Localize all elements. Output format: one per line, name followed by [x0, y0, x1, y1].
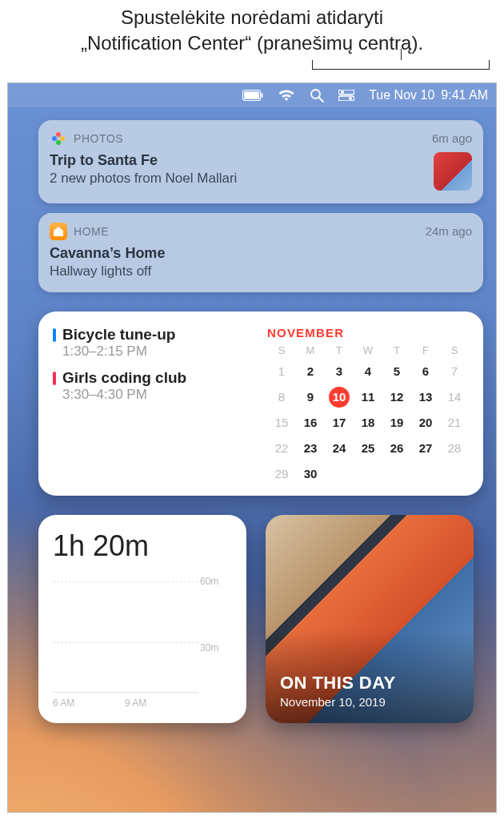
callout-line1: Spustelėkite norėdami atidaryti — [16, 5, 488, 30]
svg-rect-1 — [244, 91, 259, 99]
calendar-dow: T — [325, 344, 354, 356]
calendar-day[interactable]: 4 — [358, 361, 378, 382]
notification-thumbnail — [434, 152, 472, 191]
menubar-date: Tue Nov 10 — [369, 88, 434, 102]
calendar-day[interactable]: 18 — [358, 412, 378, 433]
screentime-widget[interactable]: 1h 20m 60m 30m 6 AM9 AM — [38, 515, 246, 723]
svg-rect-2 — [262, 93, 263, 98]
svg-point-6 — [341, 90, 344, 94]
notification-time: 24m ago — [426, 224, 472, 238]
notification-center: PHOTOS 6m ago Trip to Santa Fe 2 new pho… — [8, 107, 496, 723]
event-title: Girls coding club — [62, 369, 253, 387]
photos-app-icon — [50, 130, 67, 147]
memories-title: ON THIS DAY — [280, 673, 459, 693]
axis-label — [77, 697, 101, 709]
battery-icon[interactable] — [242, 90, 263, 101]
calendar-day[interactable]: 6 — [415, 361, 436, 382]
notification-time: 6m ago — [432, 131, 472, 145]
calendar-day[interactable]: 7 — [444, 361, 465, 382]
svg-point-10 — [60, 136, 65, 141]
notification-photos[interactable]: PHOTOS 6m ago Trip to Santa Fe 2 new pho… — [38, 120, 483, 203]
calendar-dow: S — [440, 344, 469, 356]
axis-label: 9 AM — [125, 697, 149, 709]
spotlight-icon[interactable] — [310, 88, 324, 102]
notification-subtitle: Hallway lights off — [50, 263, 472, 279]
calendar-day[interactable]: 13 — [415, 387, 436, 408]
menubar-time: 9:41 AM — [441, 88, 488, 102]
event-title: Bicycle tune-up — [62, 326, 253, 344]
axis-label — [149, 697, 173, 709]
notification-app: PHOTOS — [74, 132, 123, 145]
photos-memories-widget[interactable]: ON THIS DAY November 10, 2019 — [266, 515, 474, 723]
home-app-icon — [50, 223, 67, 240]
calendar-dow: T — [382, 344, 411, 356]
svg-point-9 — [56, 132, 61, 137]
calendar-day[interactable]: 10 — [329, 387, 350, 408]
calendar-month-view: NOVEMBER SMTWTFS123456789101112131415161… — [267, 326, 469, 484]
event-time: 3:30–4:30 PM — [62, 387, 253, 403]
axis-label — [173, 697, 197, 709]
grid-label-60: 60m — [200, 576, 232, 587]
help-callout: Spustelėkite norėdami atidaryti „Notific… — [0, 0, 504, 60]
calendar-day[interactable]: 1 — [271, 361, 292, 382]
calendar-day[interactable]: 27 — [415, 438, 436, 459]
grid-label-30: 30m — [200, 642, 232, 653]
svg-point-11 — [56, 140, 61, 145]
calendar-events: Bicycle tune-up 1:30–2:15 PM Girls codin… — [53, 326, 253, 484]
axis-label: 6 AM — [53, 697, 77, 709]
callout-line2: „Notification Center“ (pranešimų centrą)… — [16, 30, 488, 56]
calendar-day[interactable]: 26 — [386, 438, 407, 459]
notification-title: Trip to Santa Fe — [50, 152, 424, 169]
calendar-day[interactable]: 30 — [300, 464, 321, 484]
calendar-day[interactable]: 12 — [386, 387, 407, 408]
macos-screenshot: Tue Nov 10 9:41 AM PHOTOS 6m ago Trip to… — [7, 82, 497, 813]
notification-app: HOME — [74, 225, 109, 238]
notification-subtitle: 2 new photos from Noel Mallari — [50, 171, 424, 187]
svg-point-12 — [52, 136, 57, 141]
event-time: 1:30–2:15 PM — [62, 344, 253, 360]
calendar-widget[interactable]: Bicycle tune-up 1:30–2:15 PM Girls codin… — [38, 312, 483, 496]
calendar-day[interactable]: 21 — [444, 412, 465, 433]
calendar-day[interactable]: 14 — [444, 387, 465, 408]
calendar-month-label: NOVEMBER — [267, 326, 469, 340]
calendar-day[interactable]: 17 — [329, 412, 350, 433]
calendar-event[interactable]: Bicycle tune-up 1:30–2:15 PM — [53, 326, 253, 360]
calendar-dow: F — [411, 344, 440, 356]
calendar-day[interactable]: 19 — [386, 412, 407, 433]
calendar-dow: M — [296, 344, 325, 356]
notification-home[interactable]: HOME 24m ago Cavanna’s Home Hallway ligh… — [38, 213, 483, 292]
calendar-dow: W — [354, 344, 382, 356]
notification-title: Cavanna’s Home — [50, 245, 472, 262]
calendar-day[interactable]: 23 — [300, 438, 321, 459]
menu-bar: Tue Nov 10 9:41 AM — [8, 83, 496, 107]
calendar-day[interactable]: 9 — [300, 387, 321, 408]
calendar-day[interactable]: 2 — [300, 361, 321, 382]
calendar-day[interactable]: 29 — [271, 464, 292, 484]
calendar-day[interactable]: 11 — [358, 387, 378, 408]
calendar-day[interactable]: 22 — [271, 438, 292, 459]
wifi-icon[interactable] — [278, 89, 295, 102]
svg-point-8 — [349, 97, 352, 100]
calendar-day[interactable]: 3 — [329, 361, 350, 382]
calendar-day[interactable]: 8 — [271, 387, 292, 408]
menubar-datetime[interactable]: Tue Nov 10 9:41 AM — [369, 88, 488, 102]
calendar-day[interactable]: 16 — [300, 412, 321, 433]
calendar-day[interactable]: 24 — [329, 438, 350, 459]
memories-date: November 10, 2019 — [280, 695, 459, 709]
callout-bracket — [0, 60, 504, 82]
axis-label — [101, 697, 125, 709]
calendar-dow: S — [267, 344, 296, 356]
svg-line-4 — [319, 98, 323, 102]
calendar-day[interactable]: 25 — [358, 438, 378, 459]
screentime-chart: 60m 30m 6 AM9 AM — [53, 576, 232, 709]
screentime-total: 1h 20m — [53, 529, 232, 563]
calendar-day[interactable]: 20 — [415, 412, 436, 433]
svg-point-3 — [311, 90, 320, 98]
calendar-day[interactable]: 5 — [386, 361, 407, 382]
calendar-event[interactable]: Girls coding club 3:30–4:30 PM — [53, 369, 253, 403]
calendar-day[interactable]: 28 — [444, 438, 465, 459]
calendar-day[interactable]: 15 — [271, 412, 292, 433]
control-center-icon[interactable] — [338, 90, 354, 101]
